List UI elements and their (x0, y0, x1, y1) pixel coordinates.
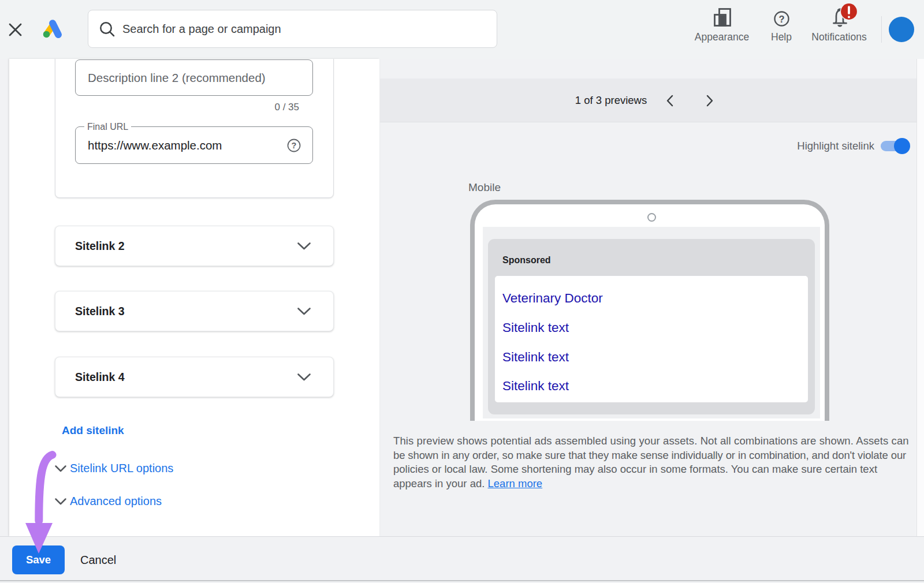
svg-text:?: ? (778, 14, 784, 24)
svg-text:?: ? (292, 141, 297, 150)
